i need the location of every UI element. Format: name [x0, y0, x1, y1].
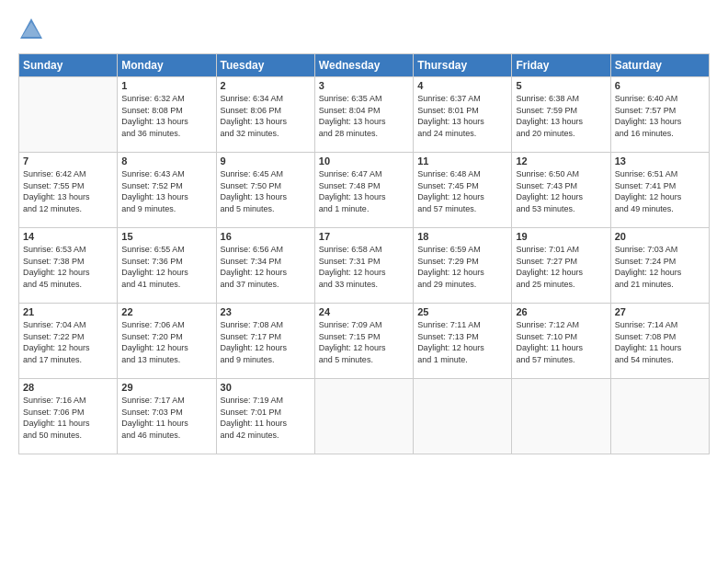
day-number: 2 — [221, 80, 311, 91]
day-number: 27 — [615, 306, 705, 317]
weekday-header-tuesday: Tuesday — [216, 54, 314, 77]
day-number: 28 — [23, 382, 113, 393]
day-cell: 7Sunrise: 6:42 AM Sunset: 7:55 PM Daylig… — [19, 153, 118, 228]
day-cell — [19, 77, 118, 153]
day-number: 4 — [417, 80, 507, 91]
day-cell: 14Sunrise: 6:53 AM Sunset: 7:38 PM Dayli… — [19, 228, 118, 304]
calendar-table: SundayMondayTuesdayWednesdayThursdayFrid… — [18, 53, 710, 454]
day-cell: 10Sunrise: 6:47 AM Sunset: 7:48 PM Dayli… — [314, 153, 413, 228]
day-info: Sunrise: 7:14 AM Sunset: 7:08 PM Dayligh… — [615, 319, 705, 365]
day-cell: 19Sunrise: 7:01 AM Sunset: 7:27 PM Dayli… — [512, 228, 610, 304]
day-info: Sunrise: 6:45 AM Sunset: 7:50 PM Dayligh… — [221, 168, 311, 214]
day-cell: 16Sunrise: 6:56 AM Sunset: 7:34 PM Dayli… — [216, 228, 314, 304]
logo — [18, 17, 48, 42]
day-cell: 2Sunrise: 6:34 AM Sunset: 8:06 PM Daylig… — [216, 77, 314, 153]
day-cell: 28Sunrise: 7:16 AM Sunset: 7:06 PM Dayli… — [19, 379, 118, 454]
day-info: Sunrise: 6:43 AM Sunset: 7:52 PM Dayligh… — [121, 168, 211, 214]
day-cell — [314, 379, 413, 454]
day-cell — [414, 379, 512, 454]
day-cell: 1Sunrise: 6:32 AM Sunset: 8:08 PM Daylig… — [118, 77, 216, 153]
day-cell: 27Sunrise: 7:14 AM Sunset: 7:08 PM Dayli… — [610, 304, 709, 379]
day-number: 13 — [615, 155, 705, 167]
day-info: Sunrise: 7:16 AM Sunset: 7:06 PM Dayligh… — [23, 395, 113, 441]
weekday-header-thursday: Thursday — [414, 54, 512, 77]
day-number: 1 — [121, 80, 211, 91]
weekday-header-row: SundayMondayTuesdayWednesdayThursdayFrid… — [19, 54, 710, 77]
week-row-4: 21Sunrise: 7:04 AM Sunset: 7:22 PM Dayli… — [19, 304, 710, 379]
day-cell: 8Sunrise: 6:43 AM Sunset: 7:52 PM Daylig… — [118, 153, 216, 228]
day-number: 19 — [516, 231, 606, 242]
day-cell: 29Sunrise: 7:17 AM Sunset: 7:03 PM Dayli… — [118, 379, 216, 454]
day-cell: 5Sunrise: 6:38 AM Sunset: 7:59 PM Daylig… — [512, 77, 610, 153]
day-info: Sunrise: 7:03 AM Sunset: 7:24 PM Dayligh… — [615, 244, 705, 290]
weekday-header-saturday: Saturday — [610, 54, 709, 77]
day-number: 29 — [121, 382, 211, 393]
day-number: 6 — [615, 80, 705, 91]
day-info: Sunrise: 7:06 AM Sunset: 7:20 PM Dayligh… — [121, 319, 211, 365]
day-cell: 20Sunrise: 7:03 AM Sunset: 7:24 PM Dayli… — [610, 228, 709, 304]
day-number: 21 — [23, 306, 113, 317]
day-number: 20 — [615, 231, 705, 242]
day-info: Sunrise: 6:37 AM Sunset: 8:01 PM Dayligh… — [417, 93, 507, 139]
day-info: Sunrise: 6:59 AM Sunset: 7:29 PM Dayligh… — [417, 244, 507, 290]
day-cell: 6Sunrise: 6:40 AM Sunset: 7:57 PM Daylig… — [610, 77, 709, 153]
day-cell — [610, 379, 709, 454]
day-info: Sunrise: 6:38 AM Sunset: 7:59 PM Dayligh… — [516, 93, 606, 139]
day-number: 30 — [221, 382, 311, 393]
day-info: Sunrise: 7:12 AM Sunset: 7:10 PM Dayligh… — [516, 319, 606, 365]
day-number: 25 — [417, 306, 507, 317]
day-number: 7 — [23, 155, 113, 167]
day-number: 24 — [319, 306, 409, 317]
day-info: Sunrise: 6:35 AM Sunset: 8:04 PM Dayligh… — [319, 93, 409, 139]
day-info: Sunrise: 6:58 AM Sunset: 7:31 PM Dayligh… — [319, 244, 409, 290]
day-info: Sunrise: 7:19 AM Sunset: 7:01 PM Dayligh… — [221, 395, 311, 441]
page-header — [18, 17, 710, 42]
weekday-header-monday: Monday — [118, 54, 216, 77]
week-row-3: 14Sunrise: 6:53 AM Sunset: 7:38 PM Dayli… — [19, 228, 710, 304]
day-info: Sunrise: 6:34 AM Sunset: 8:06 PM Dayligh… — [221, 93, 311, 139]
day-number: 10 — [319, 155, 409, 167]
day-info: Sunrise: 6:32 AM Sunset: 8:08 PM Dayligh… — [121, 93, 211, 139]
day-info: Sunrise: 7:11 AM Sunset: 7:13 PM Dayligh… — [417, 319, 507, 365]
day-cell: 30Sunrise: 7:19 AM Sunset: 7:01 PM Dayli… — [216, 379, 314, 454]
day-cell: 24Sunrise: 7:09 AM Sunset: 7:15 PM Dayli… — [314, 304, 413, 379]
day-cell: 11Sunrise: 6:48 AM Sunset: 7:45 PM Dayli… — [414, 153, 512, 228]
day-number: 12 — [516, 155, 606, 167]
weekday-header-sunday: Sunday — [19, 54, 118, 77]
day-cell: 12Sunrise: 6:50 AM Sunset: 7:43 PM Dayli… — [512, 153, 610, 228]
day-number: 3 — [319, 80, 409, 91]
day-info: Sunrise: 7:08 AM Sunset: 7:17 PM Dayligh… — [221, 319, 311, 365]
day-cell: 17Sunrise: 6:58 AM Sunset: 7:31 PM Dayli… — [314, 228, 413, 304]
day-info: Sunrise: 7:09 AM Sunset: 7:15 PM Dayligh… — [319, 319, 409, 365]
day-info: Sunrise: 6:42 AM Sunset: 7:55 PM Dayligh… — [23, 168, 113, 214]
day-info: Sunrise: 7:01 AM Sunset: 7:27 PM Dayligh… — [516, 244, 606, 290]
day-number: 23 — [221, 306, 311, 317]
day-cell: 13Sunrise: 6:51 AM Sunset: 7:41 PM Dayli… — [610, 153, 709, 228]
day-info: Sunrise: 6:53 AM Sunset: 7:38 PM Dayligh… — [23, 244, 113, 290]
day-info: Sunrise: 6:40 AM Sunset: 7:57 PM Dayligh… — [615, 93, 705, 139]
day-info: Sunrise: 6:56 AM Sunset: 7:34 PM Dayligh… — [221, 244, 311, 290]
day-info: Sunrise: 7:04 AM Sunset: 7:22 PM Dayligh… — [23, 319, 113, 365]
day-number: 26 — [516, 306, 606, 317]
day-cell: 22Sunrise: 7:06 AM Sunset: 7:20 PM Dayli… — [118, 304, 216, 379]
day-number: 14 — [23, 231, 113, 242]
week-row-5: 28Sunrise: 7:16 AM Sunset: 7:06 PM Dayli… — [19, 379, 710, 454]
day-number: 11 — [417, 155, 507, 167]
day-info: Sunrise: 6:47 AM Sunset: 7:48 PM Dayligh… — [319, 168, 409, 214]
day-cell: 15Sunrise: 6:55 AM Sunset: 7:36 PM Dayli… — [118, 228, 216, 304]
day-info: Sunrise: 6:51 AM Sunset: 7:41 PM Dayligh… — [615, 168, 705, 214]
day-number: 15 — [121, 231, 211, 242]
day-cell: 18Sunrise: 6:59 AM Sunset: 7:29 PM Dayli… — [414, 228, 512, 304]
day-cell — [512, 379, 610, 454]
day-number: 5 — [516, 80, 606, 91]
day-number: 18 — [417, 231, 507, 242]
day-cell: 3Sunrise: 6:35 AM Sunset: 8:04 PM Daylig… — [314, 77, 413, 153]
day-info: Sunrise: 6:48 AM Sunset: 7:45 PM Dayligh… — [417, 168, 507, 214]
day-number: 9 — [221, 155, 311, 167]
day-info: Sunrise: 6:55 AM Sunset: 7:36 PM Dayligh… — [121, 244, 211, 290]
day-cell: 25Sunrise: 7:11 AM Sunset: 7:13 PM Dayli… — [414, 304, 512, 379]
weekday-header-friday: Friday — [512, 54, 610, 77]
day-cell: 23Sunrise: 7:08 AM Sunset: 7:17 PM Dayli… — [216, 304, 314, 379]
day-info: Sunrise: 6:50 AM Sunset: 7:43 PM Dayligh… — [516, 168, 606, 214]
weekday-header-wednesday: Wednesday — [314, 54, 413, 77]
